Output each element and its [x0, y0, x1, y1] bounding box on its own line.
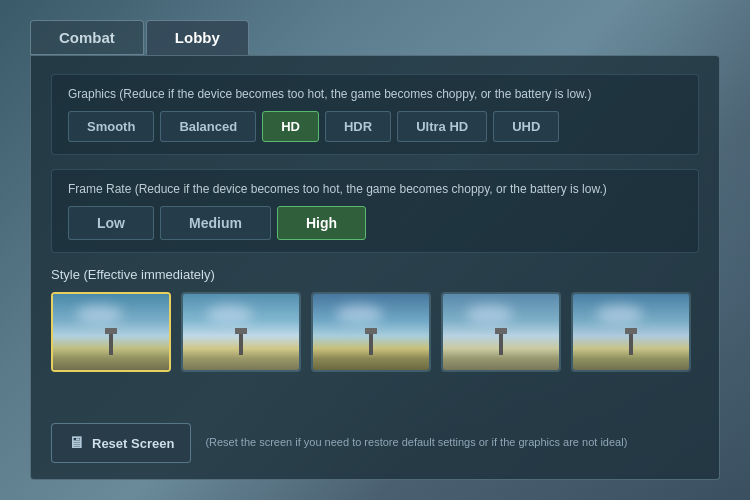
graphics-label: Graphics (Reduce if the device becomes t… — [68, 87, 682, 101]
reset-screen-label: Reset Screen — [92, 436, 174, 451]
style-thumb-2[interactable] — [181, 292, 301, 372]
settings-panel: Graphics (Reduce if the device becomes t… — [30, 55, 720, 480]
tab-combat[interactable]: Combat — [30, 20, 144, 55]
graphics-section: Graphics (Reduce if the device becomes t… — [51, 74, 699, 155]
graphics-uhd[interactable]: UHD — [493, 111, 559, 142]
monitor-icon: 🖥 — [68, 434, 84, 452]
graphics-hdr[interactable]: HDR — [325, 111, 391, 142]
framerate-options: Low Medium High — [68, 206, 682, 240]
graphics-ultra-hd[interactable]: Ultra HD — [397, 111, 487, 142]
reset-screen-button[interactable]: 🖥 Reset Screen — [51, 423, 191, 463]
framerate-low[interactable]: Low — [68, 206, 154, 240]
style-thumb-5[interactable] — [571, 292, 691, 372]
graphics-balanced[interactable]: Balanced — [160, 111, 256, 142]
tab-lobby[interactable]: Lobby — [146, 20, 249, 55]
style-thumbnails — [51, 292, 699, 372]
framerate-section: Frame Rate (Reduce if the device becomes… — [51, 169, 699, 253]
tab-bar: Combat Lobby — [30, 20, 720, 55]
framerate-high[interactable]: High — [277, 206, 366, 240]
framerate-medium[interactable]: Medium — [160, 206, 271, 240]
graphics-options: Smooth Balanced HD HDR Ultra HD UHD — [68, 111, 682, 142]
style-thumb-1[interactable] — [51, 292, 171, 372]
style-section: Style (Effective immediately) — [51, 267, 699, 403]
reset-note: (Reset the screen if you need to restore… — [205, 435, 627, 450]
graphics-hd[interactable]: HD — [262, 111, 319, 142]
style-thumb-3[interactable] — [311, 292, 431, 372]
style-label: Style (Effective immediately) — [51, 267, 699, 282]
bottom-bar: 🖥 Reset Screen (Reset the screen if you … — [51, 417, 699, 463]
style-thumb-4[interactable] — [441, 292, 561, 372]
framerate-label: Frame Rate (Reduce if the device becomes… — [68, 182, 682, 196]
graphics-smooth[interactable]: Smooth — [68, 111, 154, 142]
